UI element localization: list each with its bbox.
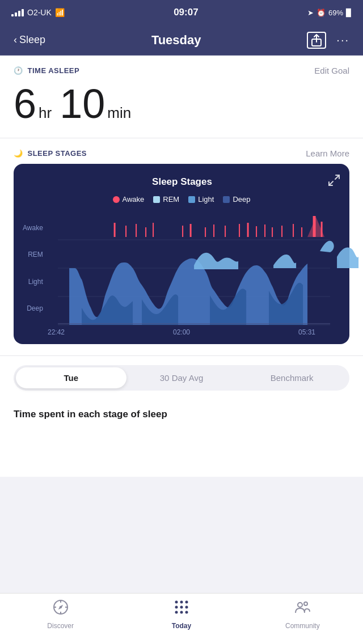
- legend-light: Light: [188, 195, 214, 204]
- community-label: Community: [285, 622, 320, 630]
- svg-point-40: [180, 611, 183, 614]
- section-subtitle-text: Time spent in each stage of sleep: [14, 409, 349, 420]
- location-icon: ➤: [307, 9, 314, 17]
- svg-point-36: [175, 606, 178, 609]
- nav-title: Tuesday: [151, 33, 201, 48]
- section-subtitle-area: Time spent in each stage of sleep: [0, 400, 363, 477]
- minutes-unit: min: [107, 104, 131, 122]
- legend-deep: Deep: [223, 195, 250, 204]
- sleep-stages-chart: Sleep Stages Awake REM: [14, 164, 349, 344]
- rem-dot: [153, 196, 160, 203]
- period-tue-button[interactable]: Tue: [16, 367, 126, 388]
- period-30day-button[interactable]: 30 Day Avg: [126, 367, 237, 388]
- discover-label: Discover: [47, 622, 74, 630]
- discover-icon: [53, 599, 69, 619]
- time-asleep-section: 🕐 TIME ASLEEP Edit Goal 6 hr 10 min: [0, 56, 363, 138]
- y-label-awake: Awake: [23, 224, 43, 232]
- back-button[interactable]: ‹ Sleep: [14, 34, 45, 46]
- nav-right-buttons: ···: [307, 32, 349, 49]
- x-label-end: 05:31: [298, 328, 315, 336]
- status-bar: O2-UK 📶 09:07 ➤ ⏰ 69% ▉: [0, 0, 363, 25]
- sleep-chart-svg: [48, 211, 340, 325]
- light-dot: [188, 196, 195, 203]
- svg-point-39: [175, 611, 178, 614]
- x-label-start: 22:42: [48, 328, 65, 336]
- back-label: Sleep: [19, 34, 45, 46]
- status-right: ➤ ⏰ 69% ▉: [307, 9, 352, 17]
- period-benchmark-button[interactable]: Benchmark: [237, 367, 347, 388]
- wifi-icon: 📶: [55, 8, 65, 17]
- legend-rem: REM: [153, 195, 179, 204]
- status-time: 09:07: [174, 7, 198, 18]
- alarm-icon: ⏰: [316, 9, 326, 17]
- expand-button[interactable]: [328, 174, 340, 189]
- period-selector: Tue 30 Day Avg Benchmark: [0, 355, 363, 400]
- tab-discover[interactable]: Discover: [38, 599, 83, 630]
- main-content: 🕐 TIME ASLEEP Edit Goal 6 hr 10 min 🌙 SL…: [0, 56, 363, 477]
- battery-label: 69%: [328, 9, 343, 17]
- time-asleep-label: 🕐 TIME ASLEEP: [14, 66, 79, 75]
- svg-point-34: [180, 601, 183, 604]
- learn-more-button[interactable]: Learn More: [306, 149, 349, 158]
- svg-point-43: [304, 602, 307, 605]
- sleep-stages-section: 🌙 SLEEP STAGES Learn More Sleep Stages: [0, 138, 363, 350]
- time-asleep-value: 6 hr 10 min: [14, 79, 349, 132]
- y-label-light: Light: [23, 278, 43, 286]
- y-label-deep: Deep: [23, 304, 43, 312]
- x-axis-labels: 22:42 02:00 05:31: [23, 325, 340, 336]
- moon-icon: 🌙: [14, 149, 23, 158]
- carrier-label: O2-UK: [27, 8, 52, 17]
- svg-point-41: [185, 611, 188, 614]
- awake-label: Awake: [123, 195, 145, 204]
- status-left: O2-UK 📶: [11, 8, 65, 17]
- tab-today[interactable]: Today: [159, 599, 204, 630]
- sleep-stages-label: 🌙 SLEEP STAGES: [14, 149, 87, 158]
- svg-point-33: [175, 601, 178, 604]
- today-icon: [174, 599, 189, 619]
- battery-icon: ▉: [346, 9, 352, 17]
- clock-icon: 🕐: [14, 66, 23, 75]
- chart-title-row: Sleep Stages: [23, 174, 340, 189]
- minutes-value: 10: [60, 83, 105, 124]
- chart-legend: Awake REM Light Deep: [23, 195, 340, 204]
- chart-body: Awake REM Light Deep: [23, 211, 340, 325]
- community-icon: [294, 599, 310, 619]
- legend-awake: Awake: [113, 195, 145, 204]
- edit-goal-button[interactable]: Edit Goal: [314, 66, 349, 75]
- svg-marker-32: [57, 604, 64, 610]
- y-label-rem: REM: [23, 251, 43, 259]
- rem-label: REM: [163, 195, 179, 204]
- chart-title: Sleep Stages: [36, 176, 328, 188]
- period-buttons-group: Tue 30 Day Avg Benchmark: [14, 365, 349, 391]
- signal-icon: [11, 9, 24, 16]
- deep-label: Deep: [233, 195, 250, 204]
- x-label-mid: 02:00: [173, 328, 190, 336]
- deep-dot: [223, 196, 230, 203]
- awake-dot: [113, 196, 120, 203]
- sleep-stages-header: 🌙 SLEEP STAGES Learn More: [14, 149, 349, 158]
- tab-community[interactable]: Community: [280, 599, 325, 630]
- hours-value: 6: [14, 83, 36, 124]
- more-button[interactable]: ···: [336, 33, 349, 46]
- share-button[interactable]: [307, 32, 326, 49]
- today-label: Today: [172, 622, 191, 630]
- svg-point-38: [185, 606, 188, 609]
- svg-point-35: [185, 601, 188, 604]
- y-axis-labels: Awake REM Light Deep: [23, 211, 43, 325]
- hours-unit: hr: [39, 104, 52, 122]
- back-chevron-icon: ‹: [14, 34, 17, 46]
- light-label: Light: [198, 195, 214, 204]
- svg-point-42: [298, 603, 302, 607]
- svg-point-37: [180, 606, 183, 609]
- time-asleep-header: 🕐 TIME ASLEEP Edit Goal: [14, 66, 349, 75]
- nav-bar: ‹ Sleep Tuesday ···: [0, 25, 363, 56]
- bottom-tab-bar: Discover Today: [0, 593, 363, 644]
